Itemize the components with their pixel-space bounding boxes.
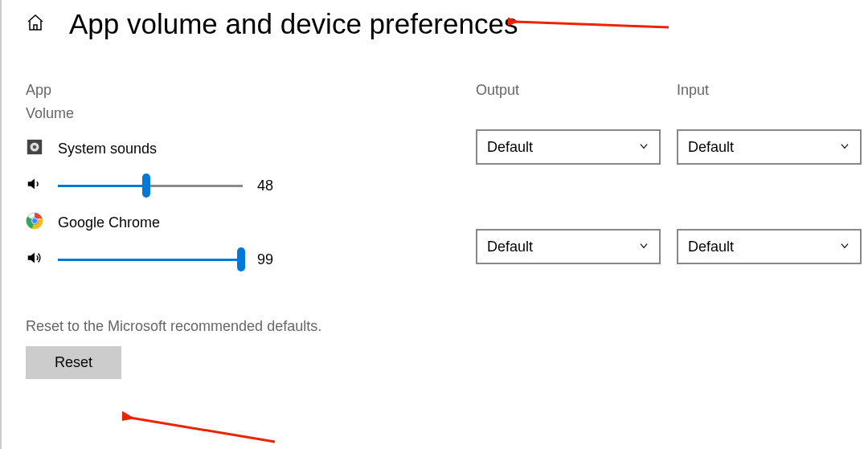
app-row: Google Chrome [26,212,460,233]
svg-point-2 [33,145,37,149]
input-dropdown-system-sounds[interactable]: Default [677,129,862,165]
chevron-down-icon [638,239,649,255]
column-header-output: Output [476,82,661,99]
volume-slider-google-chrome[interactable] [58,251,243,267]
app-name-label: System sounds [58,141,157,157]
dropdown-value: Default [487,139,533,156]
svg-line-8 [130,418,275,442]
system-sounds-icon [26,138,43,159]
dropdown-value: Default [487,239,533,255]
app-row: System sounds [26,138,460,159]
dropdown-value: Default [688,239,734,255]
speaker-icon[interactable] [26,175,43,196]
dropdown-value: Default [688,139,734,156]
volume-slider-system-sounds[interactable] [58,178,243,194]
svg-point-6 [32,218,37,223]
speaker-icon[interactable] [26,249,43,270]
app-name-label: Google Chrome [58,214,160,231]
chevron-down-icon [638,139,649,156]
column-header-input: Input [677,82,862,99]
volume-value: 99 [257,251,289,268]
reset-description: Reset to the Microsoft recommended defau… [26,318,460,335]
annotation-arrow-icon [122,398,283,446]
home-icon[interactable] [26,13,45,35]
output-dropdown-google-chrome[interactable]: Default [476,229,661,264]
chevron-down-icon [839,139,850,156]
output-dropdown-system-sounds[interactable]: Default [476,129,661,165]
chevron-down-icon [839,239,850,255]
volume-value: 48 [257,178,289,194]
input-dropdown-google-chrome[interactable]: Default [677,229,862,264]
column-header-app: App [26,82,460,99]
chrome-icon [26,212,43,233]
page-title: App volume and device preferences [69,8,518,40]
column-header-volume: Volume [26,105,460,122]
reset-button[interactable]: Reset [26,346,121,379]
